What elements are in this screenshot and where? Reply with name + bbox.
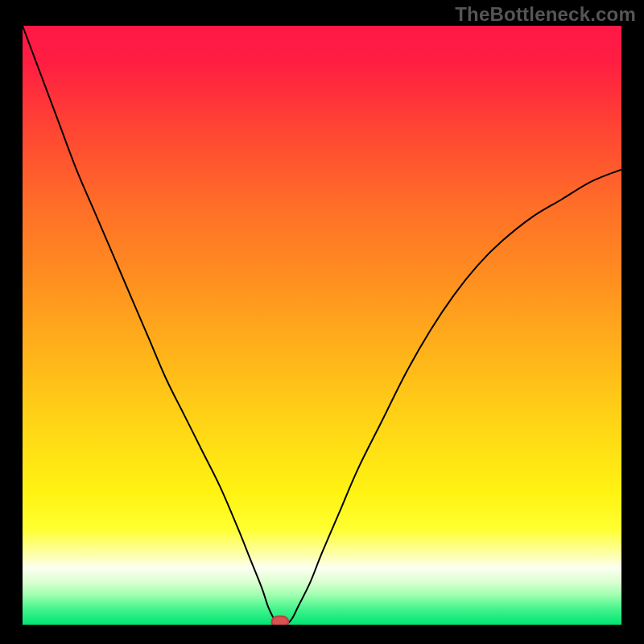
optimal-point-marker	[272, 617, 289, 625]
plot-area	[23, 26, 621, 625]
watermark-text: TheBottleneck.com	[455, 3, 636, 26]
chart-frame: TheBottleneck.com	[0, 0, 644, 644]
bottleneck-chart-svg	[23, 26, 621, 625]
gradient-background	[23, 26, 621, 625]
